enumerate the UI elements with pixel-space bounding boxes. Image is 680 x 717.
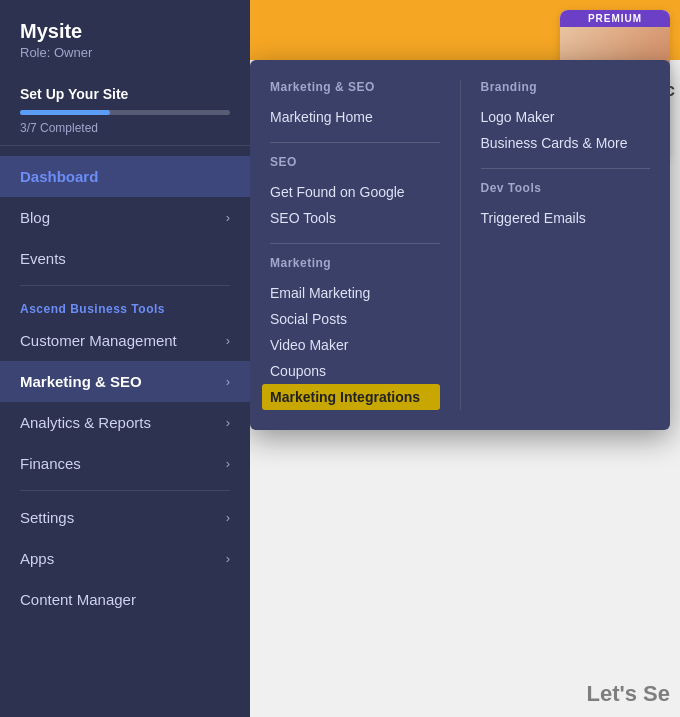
progress-text: 3/7 Completed [20, 121, 230, 135]
chevron-right-icon: › [226, 374, 230, 389]
chevron-right-icon: › [226, 456, 230, 471]
sidebar-item-events[interactable]: Events [0, 238, 250, 279]
flyout-item-triggered-emails[interactable]: Triggered Emails [481, 205, 651, 231]
sidebar-item-marketing-seo[interactable]: Marketing & SEO › [0, 361, 250, 402]
sidebar-item-label: Events [20, 250, 66, 267]
setup-title: Set Up Your Site [20, 86, 230, 102]
sidebar-item-label: Settings [20, 509, 74, 526]
setup-section: Set Up Your Site 3/7 Completed [0, 72, 250, 146]
flyout-section-marketing-seo: Marketing & SEO [270, 80, 440, 94]
sidebar-item-settings[interactable]: Settings › [0, 497, 250, 538]
flyout-menu: Marketing & SEO Marketing Home SEO Get F… [250, 60, 670, 430]
flyout-item-logo-maker[interactable]: Logo Maker [481, 104, 651, 130]
main-content: PREMIUM Em Pro... Don... Marketing & SEO… [250, 0, 680, 717]
sidebar-item-label: Content Manager [20, 591, 136, 608]
chevron-right-icon: › [226, 333, 230, 348]
flyout-divider-3 [481, 168, 651, 169]
sidebar-item-label: Marketing & SEO [20, 373, 142, 390]
chevron-right-icon: › [226, 551, 230, 566]
sidebar-item-label: Apps [20, 550, 54, 567]
premium-badge: PREMIUM [560, 10, 670, 27]
flyout-item-marketing-home[interactable]: Marketing Home [270, 104, 440, 130]
progress-bar-container [20, 110, 230, 115]
sidebar-item-label: Blog [20, 209, 50, 226]
sidebar-header: Mysite Role: Owner [0, 0, 250, 72]
sidebar: Mysite Role: Owner Set Up Your Site 3/7 … [0, 0, 250, 717]
flyout-col-1: Marketing & SEO Marketing Home SEO Get F… [250, 80, 460, 410]
sidebar-item-blog[interactable]: Blog › [0, 197, 250, 238]
progress-bar-fill [20, 110, 110, 115]
flyout-divider-2 [270, 243, 440, 244]
flyout-section-branding: Branding [481, 80, 651, 94]
site-name: Mysite [20, 20, 230, 43]
flyout-item-email-marketing[interactable]: Email Marketing [270, 280, 440, 306]
sidebar-item-apps[interactable]: Apps › [0, 538, 250, 579]
chevron-right-icon: › [226, 415, 230, 430]
flyout-item-seo-tools[interactable]: SEO Tools [270, 205, 440, 231]
flyout-item-business-cards[interactable]: Business Cards & More [481, 130, 651, 156]
sidebar-item-label: Dashboard [20, 168, 98, 185]
site-role: Role: Owner [20, 45, 230, 60]
ascend-section-label: Ascend Business Tools [0, 292, 250, 320]
flyout-section-seo: SEO [270, 155, 440, 169]
flyout-item-coupons[interactable]: Coupons [270, 358, 440, 384]
sidebar-item-label: Finances [20, 455, 81, 472]
sidebar-item-customer-management[interactable]: Customer Management › [0, 320, 250, 361]
bottom-hint-text: Let's Se [587, 681, 671, 707]
sidebar-item-dashboard[interactable]: Dashboard [0, 156, 250, 197]
chevron-right-icon: › [226, 510, 230, 525]
sidebar-item-label: Analytics & Reports [20, 414, 151, 431]
flyout-item-video-maker[interactable]: Video Maker [270, 332, 440, 358]
nav-divider [20, 285, 230, 286]
sidebar-item-label: Customer Management [20, 332, 177, 349]
flyout-item-get-found-google[interactable]: Get Found on Google [270, 179, 440, 205]
nav-divider-2 [20, 490, 230, 491]
flyout-item-marketing-integrations[interactable]: Marketing Integrations [262, 384, 440, 410]
sidebar-item-content-manager[interactable]: Content Manager [0, 579, 250, 620]
flyout-section-dev-tools: Dev Tools [481, 181, 651, 195]
sidebar-item-finances[interactable]: Finances › [0, 443, 250, 484]
flyout-item-social-posts[interactable]: Social Posts [270, 306, 440, 332]
flyout-divider-1 [270, 142, 440, 143]
chevron-right-icon: › [226, 210, 230, 225]
nav-section: Dashboard Blog › Events Ascend Business … [0, 146, 250, 717]
flyout-section-marketing: Marketing [270, 256, 440, 270]
flyout-col-2: Branding Logo Maker Business Cards & Mor… [460, 80, 671, 410]
sidebar-item-analytics-reports[interactable]: Analytics & Reports › [0, 402, 250, 443]
